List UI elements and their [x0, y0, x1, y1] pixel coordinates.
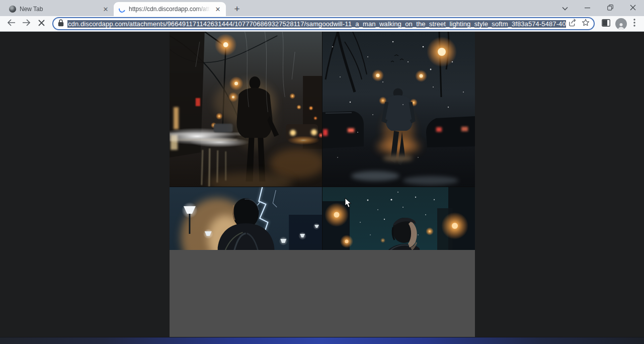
tab-strip: New Tab ✕ https://cdn.discordapp.com/att…: [0, 0, 644, 16]
bookmark-button[interactable]: [579, 18, 592, 30]
back-button[interactable]: [4, 17, 18, 31]
close-icon[interactable]: ✕: [102, 5, 110, 13]
stop-x-icon: [38, 19, 45, 28]
side-panel-button[interactable]: [599, 17, 613, 31]
windows-taskbar-sliver: [0, 337, 644, 344]
minimize-button[interactable]: [576, 0, 599, 16]
image-quadrant-top-left: [170, 32, 322, 187]
avatar-icon: [615, 18, 627, 30]
forward-arrow-icon: [22, 19, 31, 28]
globe-icon: [9, 6, 16, 13]
loading-spinner-icon: [118, 5, 127, 14]
image-loading-placeholder: [170, 250, 475, 337]
share-icon: [569, 19, 577, 29]
stop-loading-button[interactable]: [34, 17, 48, 31]
close-icon[interactable]: ✕: [214, 5, 222, 13]
side-panel-icon: [602, 19, 610, 29]
new-tab-button[interactable]: +: [230, 3, 244, 16]
chevron-down-icon: [562, 4, 568, 13]
profile-button[interactable]: [614, 17, 628, 31]
url-text[interactable]: cdn.discordapp.com/attachments/966491171…: [67, 20, 566, 28]
kebab-menu-icon: [633, 19, 635, 29]
close-icon: [630, 4, 636, 13]
tab-discord-cdn[interactable]: https://cdn.discordapp.com/atta ✕: [114, 2, 226, 16]
discord-attachment-image[interactable]: [170, 32, 475, 337]
tab-search-button[interactable]: [553, 0, 576, 16]
tab-title: New Tab: [20, 6, 98, 13]
image-quadrant-top-right: [323, 32, 475, 187]
browser-toolbar: cdn.discordapp.com/attachments/966491171…: [0, 16, 644, 32]
tab-title: https://cdn.discordapp.com/atta: [129, 6, 210, 13]
back-arrow-icon: [7, 19, 16, 28]
restore-icon: [607, 4, 613, 13]
share-button[interactable]: [566, 18, 579, 30]
address-bar[interactable]: cdn.discordapp.com/attachments/966491171…: [52, 17, 595, 30]
menu-button[interactable]: [629, 17, 640, 31]
tab-new-tab[interactable]: New Tab ✕: [4, 2, 114, 16]
lock-icon: [58, 19, 64, 29]
restore-button[interactable]: [599, 0, 621, 16]
star-icon: [582, 19, 590, 29]
mouse-cursor: [345, 198, 352, 208]
window-controls: [553, 0, 644, 16]
close-window-button[interactable]: [621, 0, 644, 16]
page-content: [0, 32, 644, 337]
forward-button[interactable]: [19, 17, 33, 31]
minimize-icon: [585, 4, 590, 13]
